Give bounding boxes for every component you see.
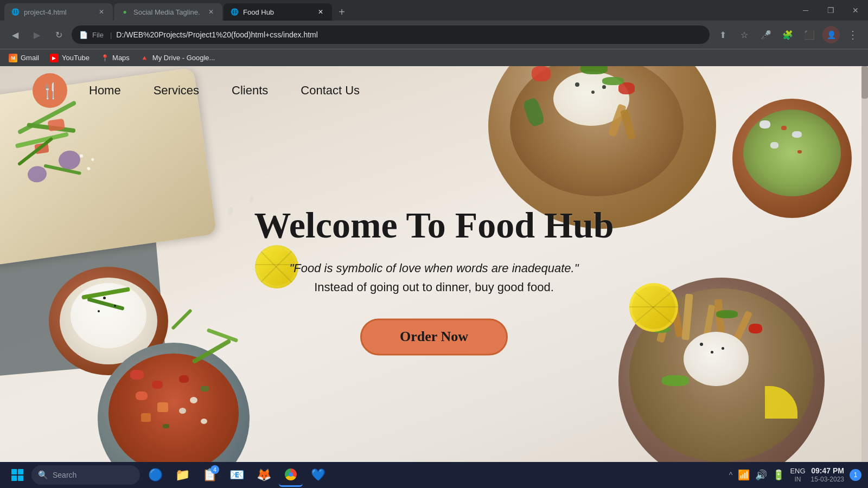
hero-section: Welcome To Food Hub "Food is symbolic of… [231, 205, 637, 355]
tab-title-2: Social Media Tagline. [133, 8, 202, 16]
maps-icon: 📍 [100, 54, 109, 62]
tab-close-icon[interactable]: ✕ [97, 7, 106, 17]
battery-icon[interactable]: 🔋 [773, 469, 784, 481]
maximize-button[interactable]: ❐ [818, 0, 843, 21]
hero-subtitle: "Food is symbolic of love when words are… [231, 259, 637, 297]
address-bar: ◀ ▶ ↻ 📄 File | D:/WEB%20Projects/Project… [0, 21, 868, 49]
taskbar-app-mail[interactable]: 📧 [225, 463, 248, 487]
bookmark-drive[interactable]: 🔺 My Drive - Google... [141, 54, 215, 62]
bookmark-youtube[interactable]: ▶ YouTube [50, 54, 90, 62]
sidebar-toggle-icon[interactable]: ⬛ [801, 26, 818, 43]
taskbar: 🔍 Search 🔵 📁 📋 4 📧 🦊 💙 ^ 📶 🔊 🔋 ENG [0, 462, 868, 488]
nav-services[interactable]: Services [154, 84, 199, 98]
taskbar-app-vscode[interactable]: 💙 [306, 463, 330, 487]
tab-favicon: 🌐 [11, 8, 20, 16]
navigation: 🍴 Home Services Clients Contact Us [0, 66, 868, 115]
browser-chrome: 🌐 project-4.html ✕ ● Social Media Taglin… [0, 0, 868, 488]
taskbar-app-chrome[interactable] [279, 463, 303, 487]
taskbar-search[interactable]: 🔍 Search [31, 465, 140, 485]
windows-logo-icon [11, 469, 23, 481]
tab-title-3: Food Hub [243, 8, 311, 16]
close-button[interactable]: ✕ [843, 0, 868, 21]
tab-social-media[interactable]: ● Social Media Tagline. ✕ [114, 3, 222, 21]
drive-label: My Drive - Google... [152, 54, 215, 62]
bookmark-maps[interactable]: 📍 Maps [100, 54, 130, 62]
forward-button[interactable]: ▶ [28, 26, 46, 43]
tab-close-icon-2[interactable]: ✕ [206, 7, 216, 17]
tray-expand-button[interactable]: ^ [729, 471, 733, 479]
notification-center[interactable]: 1 [850, 469, 861, 481]
bookmarks-bar: M Gmail ▶ YouTube 📍 Maps 🔺 My Drive - Go… [0, 49, 868, 66]
logo-utensils-icon: 🍴 [41, 82, 60, 100]
tab-title: project-4.html [24, 8, 92, 16]
youtube-label: YouTube [62, 54, 90, 62]
profile-button[interactable]: 👤 [822, 26, 840, 43]
url-lock-icon: 📄 [79, 31, 88, 39]
tab-project4[interactable]: 🌐 project-4.html ✕ [4, 3, 113, 21]
datetime-display[interactable]: 09:47 PM 15-03-2023 [811, 466, 844, 484]
taskbar-search-text: Search [53, 471, 76, 479]
language-region[interactable]: ENG IN [790, 467, 805, 483]
menu-icon[interactable]: ⋮ [844, 26, 861, 43]
order-now-button[interactable]: Order Now [360, 319, 508, 356]
minimize-button[interactable]: ─ [793, 0, 818, 21]
region-label: IN [790, 476, 805, 483]
webpage-content: 🍴 Home Services Clients Contact Us Welco… [0, 66, 868, 462]
youtube-icon: ▶ [50, 54, 59, 62]
logo[interactable]: 🍴 [33, 73, 67, 108]
maps-label: Maps [112, 54, 130, 62]
url-separator: | [110, 31, 112, 39]
gmail-icon: M [9, 54, 17, 62]
taskbar-app-copilot[interactable]: 🔵 [143, 463, 167, 487]
guacamole-bowl [732, 99, 852, 218]
share-icon[interactable]: ⬆ [714, 26, 731, 43]
hero-title: Welcome To Food Hub [231, 205, 637, 246]
url-file-label: File [92, 31, 104, 39]
extensions-puzzle-icon[interactable]: 🧩 [779, 26, 796, 43]
tab-favicon-3: 🌐 [230, 8, 239, 16]
time-display: 09:47 PM [811, 466, 844, 476]
nav-contact[interactable]: Contact Us [301, 84, 360, 98]
back-button[interactable]: ◀ [7, 26, 24, 43]
language-label: ENG [790, 467, 805, 476]
nav-home[interactable]: Home [89, 84, 121, 98]
drive-icon: 🔺 [141, 54, 149, 62]
tab-close-icon-3[interactable]: ✕ [316, 7, 326, 17]
extension-icon[interactable]: 🎤 [757, 26, 775, 43]
date-display: 15-03-2023 [811, 476, 844, 484]
taskbar-search-icon: 🔍 [38, 470, 48, 480]
url-input[interactable]: 📄 File | D:/WEB%20Projects/Project1%20(f… [72, 25, 710, 44]
title-bar-controls: ─ ❐ ✕ [793, 0, 868, 21]
refresh-button[interactable]: ↻ [50, 26, 67, 43]
nav-links: Home Services Clients Contact Us [89, 84, 360, 98]
nav-clients[interactable]: Clients [232, 84, 268, 98]
taskbar-app-calendar[interactable]: 📋 4 [197, 463, 221, 487]
hero-subtitle-line2: Instead of going out to dinner, buy good… [231, 278, 637, 297]
bookmark-star-icon[interactable]: ☆ [736, 26, 753, 43]
gmail-label: Gmail [21, 54, 39, 62]
url-text: D:/WEB%20Projects/Project1%20(food)html+… [116, 30, 702, 39]
network-icon[interactable]: 📶 [738, 469, 750, 481]
taskbar-app-file-explorer[interactable]: 📁 [170, 463, 194, 487]
scrollbar[interactable] [861, 66, 868, 462]
calendar-badge: 4 [210, 465, 219, 474]
new-tab-button[interactable]: + [333, 3, 350, 21]
tab-food-hub[interactable]: 🌐 Food Hub ✕ [224, 3, 332, 21]
taskbar-app-firefox[interactable]: 🦊 [252, 463, 276, 487]
system-tray: ^ 📶 🔊 🔋 ENG IN 09:47 PM 15-03-2023 1 [729, 466, 861, 484]
tab-favicon-2: ● [120, 8, 129, 16]
bookmark-gmail[interactable]: M Gmail [9, 54, 39, 62]
title-bar: 🌐 project-4.html ✕ ● Social Media Taglin… [0, 0, 868, 21]
start-button[interactable] [7, 464, 28, 486]
hero-subtitle-line1: "Food is symbolic of love when words are… [231, 259, 637, 278]
volume-icon[interactable]: 🔊 [755, 469, 767, 481]
